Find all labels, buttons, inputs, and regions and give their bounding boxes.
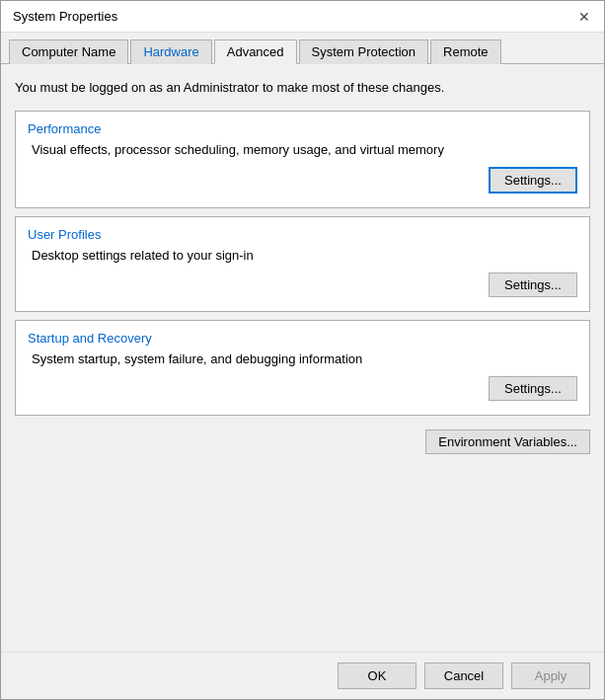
ok-button[interactable]: OK (338, 662, 416, 689)
tab-hardware[interactable]: Hardware (130, 39, 211, 64)
startup-recovery-title: Startup and Recovery (28, 331, 577, 346)
startup-recovery-section: Startup and Recovery System startup, sys… (15, 320, 590, 416)
close-button[interactable]: ✕ (572, 5, 596, 29)
title-bar: System Properties ✕ (1, 1, 604, 33)
tab-computer-name[interactable]: Computer Name (9, 39, 128, 64)
startup-recovery-btn-row: Settings... (28, 376, 577, 401)
startup-recovery-settings-button[interactable]: Settings... (489, 376, 577, 401)
env-btn-row: Environment Variables... (15, 424, 590, 460)
user-profiles-title: User Profiles (28, 227, 577, 242)
startup-recovery-desc: System startup, system failure, and debu… (28, 351, 577, 366)
performance-settings-button[interactable]: Settings... (489, 167, 577, 194)
tabs-bar: Computer Name Hardware Advanced System P… (1, 33, 604, 64)
apply-button[interactable]: Apply (511, 662, 590, 689)
user-profiles-desc: Desktop settings related to your sign-in (28, 248, 577, 263)
tab-advanced[interactable]: Advanced (214, 39, 297, 64)
system-properties-dialog: System Properties ✕ Computer Name Hardwa… (0, 0, 605, 700)
window-title: System Properties (13, 9, 117, 24)
tab-remote[interactable]: Remote (430, 39, 501, 64)
content-area: You must be logged on as an Administrato… (1, 64, 604, 652)
performance-section: Performance Visual effects, processor sc… (15, 111, 590, 208)
cancel-button[interactable]: Cancel (424, 662, 503, 689)
environment-variables-button[interactable]: Environment Variables... (425, 429, 590, 454)
user-profiles-section: User Profiles Desktop settings related t… (15, 216, 590, 312)
performance-desc: Visual effects, processor scheduling, me… (28, 142, 577, 157)
bottom-bar: OK Cancel Apply (1, 652, 604, 699)
performance-btn-row: Settings... (28, 167, 577, 194)
tab-system-protection[interactable]: System Protection (299, 39, 429, 64)
user-profiles-settings-button[interactable]: Settings... (489, 272, 577, 297)
admin-notice: You must be logged on as an Administrato… (15, 76, 590, 103)
performance-title: Performance (28, 121, 577, 136)
user-profiles-btn-row: Settings... (28, 272, 577, 297)
